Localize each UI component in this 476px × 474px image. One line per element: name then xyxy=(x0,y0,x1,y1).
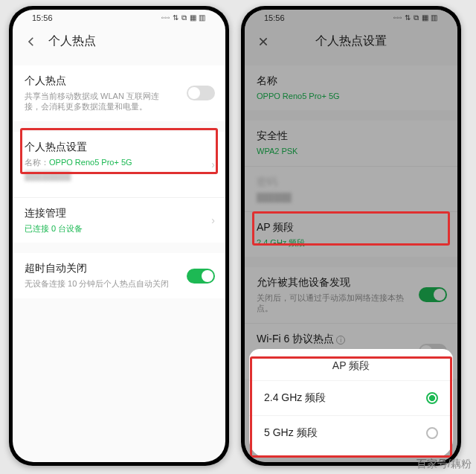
connection-mgmt-item[interactable]: 连接管理 已连接 0 台设备 › xyxy=(13,197,225,243)
ap-band-item[interactable]: AP 频段 2.4 GHz 频段 xyxy=(245,211,457,257)
hotspot-settings-title: 个人热点设置 xyxy=(25,141,213,154)
chevron-right-icon: › xyxy=(211,214,215,226)
status-icons: ◦◦◦ ⇅ ⧉ ▦ ▥ xyxy=(161,13,206,22)
timeout-sub: 无设备连接 10 分钟后个人热点自动关闭 xyxy=(25,278,173,289)
info-icon[interactable]: i xyxy=(336,336,345,345)
radio-selected-icon xyxy=(426,392,438,404)
name-title: 名称 xyxy=(257,74,446,88)
ap-title: AP 频段 xyxy=(257,221,446,234)
watermark: 百家号/藕粉 xyxy=(416,458,472,471)
wifi6-title: Wi-Fi 6 协议热点i xyxy=(257,333,446,346)
status-time: 15:56 xyxy=(32,13,53,22)
ap-value: 2.4 GHz 频段 xyxy=(257,237,446,248)
hotspot-settings-item[interactable]: 个人热点设置 名称：OPPO Reno5 Pro+ 5G ████████ › xyxy=(13,132,225,198)
timeout-toggle[interactable] xyxy=(187,269,215,284)
chevron-right-icon: › xyxy=(211,158,215,170)
phone-left: 15:56 ◦◦◦ ⇅ ⧉ ▦ ▥ 个人热点 个人热点 共享当前移动数据或 WL… xyxy=(9,6,229,466)
back-icon[interactable] xyxy=(25,35,38,48)
discover-item[interactable]: 允许被其他设备发现 关闭后，可以通过手动添加网络连接本热点。 xyxy=(245,267,457,323)
hotspot-title: 个人热点 xyxy=(25,74,213,88)
discover-sub: 关闭后，可以通过手动添加网络连接本热点。 xyxy=(257,292,405,314)
hotspot-toggle-item[interactable]: 个人热点 共享当前移动数据或 WLAN 互联网连接，会消耗更多数据流量和电量。 xyxy=(13,65,225,121)
connection-sub: 已连接 0 台设备 xyxy=(25,223,213,234)
timeout-item[interactable]: 超时自动关闭 无设备连接 10 分钟后个人热点自动关闭 xyxy=(13,253,225,298)
sheet-option-label: 5 GHz 频段 xyxy=(264,426,318,440)
timeout-title: 超时自动关闭 xyxy=(25,262,213,275)
phone-right: 15:56 ◦◦◦ ⇅ ⧉ ▦ ▥ 个人热点设置 名称 OPPO Reno5 P… xyxy=(241,6,461,466)
screen-left: 15:56 ◦◦◦ ⇅ ⧉ ▦ ▥ 个人热点 个人热点 共享当前移动数据或 WL… xyxy=(13,10,225,462)
name-value: OPPO Reno5 Pro+ 5G xyxy=(257,91,446,101)
screen-right: 15:56 ◦◦◦ ⇅ ⧉ ▦ ▥ 个人热点设置 名称 OPPO Reno5 P… xyxy=(245,10,457,462)
header: 个人热点 xyxy=(13,26,225,55)
page-title: 个人热点设置 xyxy=(315,33,387,49)
hotspot-sub: 共享当前移动数据或 WLAN 互联网连接，会消耗更多数据流量和电量。 xyxy=(25,91,173,112)
content-left: 个人热点 共享当前移动数据或 WLAN 互联网连接，会消耗更多数据流量和电量。 … xyxy=(13,55,225,462)
status-time: 15:56 xyxy=(264,13,285,22)
status-bar: 15:56 ◦◦◦ ⇅ ⧉ ▦ ▥ xyxy=(245,10,457,26)
page-title: 个人热点 xyxy=(48,33,96,49)
close-icon[interactable] xyxy=(257,35,270,48)
security-title: 安全性 xyxy=(257,129,446,143)
connection-title: 连接管理 xyxy=(25,207,213,220)
discover-toggle[interactable] xyxy=(419,287,447,302)
hotspot-settings-sub: 名称：OPPO Reno5 Pro+ 5G xyxy=(25,157,213,167)
hotspot-settings-pwd-blurred: ████████ xyxy=(25,170,213,181)
security-item[interactable]: 安全性 WPA2 PSK xyxy=(245,121,457,165)
security-value: WPA2 PSK xyxy=(257,146,446,156)
header: 个人热点设置 xyxy=(245,26,457,55)
ap-band-sheet: AP 频段 2.4 GHz 频段 5 GHz 频段 xyxy=(249,349,453,458)
password-value: ██████ xyxy=(257,192,446,202)
hotspot-toggle[interactable] xyxy=(187,86,215,100)
name-item[interactable]: 名称 OPPO Reno5 Pro+ 5G xyxy=(245,65,457,110)
discover-title: 允许被其他设备发现 xyxy=(257,276,446,289)
password-title: 密码 xyxy=(257,176,446,189)
status-icons: ◦◦◦ ⇅ ⧉ ▦ ▥ xyxy=(393,13,438,22)
radio-unselected-icon xyxy=(426,427,438,439)
sheet-option-label: 2.4 GHz 频段 xyxy=(264,391,326,405)
sheet-title: AP 频段 xyxy=(249,359,453,380)
sheet-option-5ghz[interactable]: 5 GHz 频段 xyxy=(249,415,453,450)
status-bar: 15:56 ◦◦◦ ⇅ ⧉ ▦ ▥ xyxy=(13,10,225,26)
sheet-option-24ghz[interactable]: 2.4 GHz 频段 xyxy=(249,380,453,415)
password-item[interactable]: 密码 ██████ xyxy=(245,166,457,211)
